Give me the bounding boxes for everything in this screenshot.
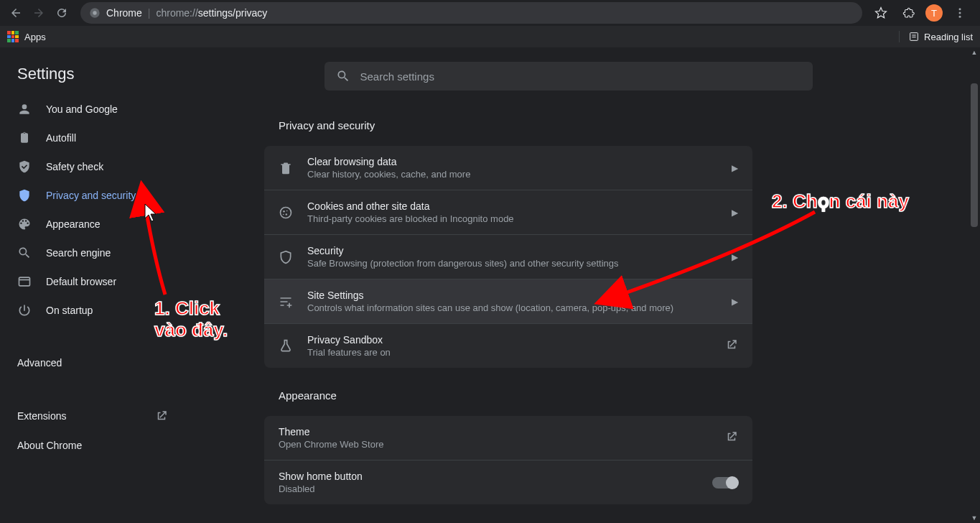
bookmarks-bar: Apps Reading list xyxy=(0,26,980,47)
clipboard-icon xyxy=(17,131,32,145)
profile-avatar[interactable]: T xyxy=(925,4,943,22)
row-clear-browsing-data[interactable]: Clear browsing dataClear history, cookie… xyxy=(264,146,752,190)
person-icon xyxy=(17,102,32,116)
settings-sidebar: Settings You and Google Autofill Safety … xyxy=(0,47,185,523)
settings-page: Settings You and Google Autofill Safety … xyxy=(0,47,980,523)
row-cookies[interactable]: Cookies and other site dataThird-party c… xyxy=(264,190,752,235)
home-button-toggle[interactable] xyxy=(712,477,738,489)
search-icon xyxy=(336,69,350,83)
svg-point-2 xyxy=(959,8,961,10)
section-title-appearance: Appearance xyxy=(279,389,951,402)
address-bar[interactable]: Chrome | chrome://settings/privacy xyxy=(80,2,862,24)
trash-icon xyxy=(279,161,293,175)
reading-list-button[interactable]: Reading list xyxy=(899,31,973,42)
palette-icon xyxy=(17,217,32,231)
chevron-right-icon: ▶ xyxy=(732,163,738,173)
scrollbar[interactable]: ▲ ▼ xyxy=(969,47,979,523)
sidebar-item-safety-check[interactable]: Safety check xyxy=(0,152,185,181)
svg-point-10 xyxy=(281,207,291,218)
scrollbar-thumb[interactable] xyxy=(971,83,978,227)
reading-list-icon xyxy=(908,31,920,42)
url-chrome-label: Chrome xyxy=(106,7,142,19)
browser-toolbar: Chrome | chrome://settings/privacy T xyxy=(0,0,980,26)
chevron-right-icon: ▶ xyxy=(732,208,738,218)
open-new-icon xyxy=(725,430,738,446)
svg-point-11 xyxy=(283,210,285,213)
sidebar-item-extensions[interactable]: Extensions xyxy=(0,401,185,431)
sidebar-advanced-toggle[interactable]: Advanced xyxy=(0,348,185,377)
svg-rect-5 xyxy=(910,33,918,41)
back-button[interactable] xyxy=(6,3,26,23)
svg-point-4 xyxy=(959,16,961,18)
scroll-down-icon[interactable]: ▼ xyxy=(969,513,979,523)
row-home-button[interactable]: Show home buttonDisabled xyxy=(264,460,752,504)
row-site-settings[interactable]: Site SettingsControls what information s… xyxy=(264,279,752,324)
svg-rect-8 xyxy=(19,277,30,286)
settings-title: Settings xyxy=(0,65,185,95)
row-security[interactable]: SecuritySafe Browsing (protection from d… xyxy=(264,235,752,279)
appearance-card-list: ThemeOpen Chrome Web Store Show home but… xyxy=(264,416,752,504)
bookmark-star-button[interactable] xyxy=(871,3,891,23)
cursor-icon xyxy=(144,203,158,223)
flask-icon xyxy=(279,339,293,353)
svg-point-13 xyxy=(286,213,288,216)
sidebar-item-search-engine[interactable]: Search engine xyxy=(0,239,185,267)
sidebar-item-autofill[interactable]: Autofill xyxy=(0,124,185,152)
chevron-right-icon: ▶ xyxy=(732,252,738,262)
settings-main: Privacy and security Clear browsing data… xyxy=(185,47,980,523)
reload-button[interactable] xyxy=(52,3,72,23)
forward-button[interactable] xyxy=(29,3,49,23)
svg-point-12 xyxy=(286,210,288,211)
search-icon xyxy=(17,246,32,260)
row-privacy-sandbox[interactable]: Privacy SandboxTrial features are on xyxy=(264,324,752,368)
open-new-icon xyxy=(725,338,738,354)
power-icon xyxy=(17,303,32,318)
sidebar-item-you-and-google[interactable]: You and Google xyxy=(0,95,185,124)
settings-search[interactable] xyxy=(325,62,813,91)
extensions-button[interactable] xyxy=(898,3,918,23)
browser-icon xyxy=(17,274,32,289)
kebab-menu-button[interactable] xyxy=(950,3,970,23)
svg-point-14 xyxy=(283,213,284,215)
apps-shortcut[interactable]: Apps xyxy=(7,31,46,42)
shield-check-icon xyxy=(17,159,32,174)
row-theme[interactable]: ThemeOpen Chrome Web Store xyxy=(264,416,752,460)
sidebar-item-on-startup[interactable]: On startup xyxy=(0,296,185,325)
section-title-privacy: Privacy and security xyxy=(279,119,951,131)
apps-grid-icon xyxy=(7,31,19,42)
privacy-card-list: Clear browsing dataClear history, cookie… xyxy=(264,146,752,368)
sidebar-item-about-chrome[interactable]: About Chrome xyxy=(0,431,185,460)
tune-icon xyxy=(279,295,293,309)
chrome-icon xyxy=(89,7,101,19)
sidebar-item-default-browser[interactable]: Default browser xyxy=(0,267,185,296)
settings-search-input[interactable] xyxy=(360,70,801,83)
security-shield-icon xyxy=(279,250,293,264)
svg-point-3 xyxy=(959,12,961,14)
cookie-icon xyxy=(279,205,293,220)
svg-point-1 xyxy=(93,11,96,14)
open-new-icon xyxy=(155,409,168,422)
shield-icon xyxy=(17,188,32,203)
scroll-up-icon[interactable]: ▲ xyxy=(969,47,979,57)
chevron-right-icon: ▶ xyxy=(732,297,738,307)
